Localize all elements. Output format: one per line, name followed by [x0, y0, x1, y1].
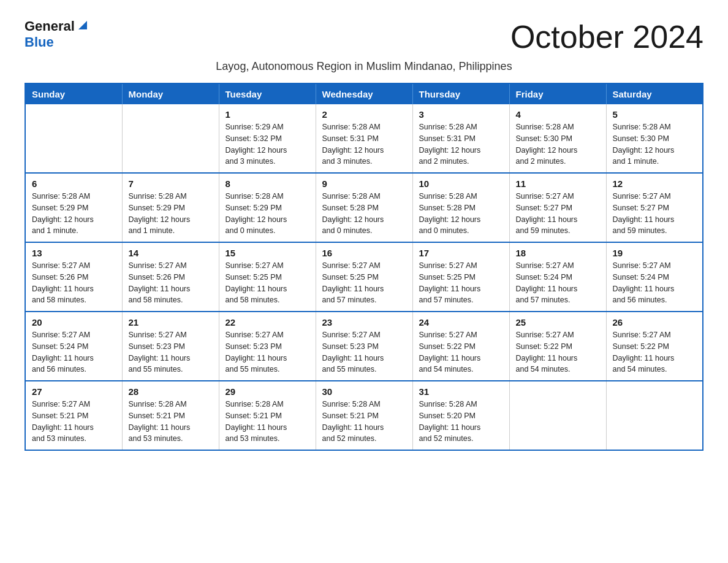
day-number: 12: [613, 178, 697, 189]
day-info: Sunrise: 5:28 AMSunset: 5:29 PMDaylight:…: [129, 191, 213, 237]
day-number: 15: [226, 248, 309, 258]
day-info: Sunrise: 5:28 AMSunset: 5:30 PMDaylight:…: [516, 121, 600, 167]
day-info: Sunrise: 5:28 AMSunset: 5:30 PMDaylight:…: [613, 121, 697, 167]
day-cell-24: 24Sunrise: 5:27 AMSunset: 5:22 PMDayligh…: [412, 312, 509, 381]
day-cell-3: 3Sunrise: 5:28 AMSunset: 5:31 PMDaylight…: [412, 104, 509, 173]
day-cell-13: 13Sunrise: 5:27 AMSunset: 5:26 PMDayligh…: [25, 242, 122, 312]
day-number: 2: [322, 109, 406, 120]
day-cell-23: 23Sunrise: 5:27 AMSunset: 5:23 PMDayligh…: [316, 312, 412, 381]
day-info: Sunrise: 5:28 AMSunset: 5:21 PMDaylight:…: [129, 399, 213, 445]
day-cell-20: 20Sunrise: 5:27 AMSunset: 5:24 PMDayligh…: [25, 312, 122, 381]
location-subtitle: Layog, Autonomous Region in Muslim Minda…: [25, 60, 703, 73]
day-info: Sunrise: 5:27 AMSunset: 5:26 PMDaylight:…: [32, 260, 116, 306]
day-cell-27: 27Sunrise: 5:27 AMSunset: 5:21 PMDayligh…: [25, 381, 122, 450]
day-cell-25: 25Sunrise: 5:27 AMSunset: 5:22 PMDayligh…: [509, 312, 606, 381]
day-info: Sunrise: 5:27 AMSunset: 5:24 PMDaylight:…: [613, 260, 697, 306]
week-row-1: 1Sunrise: 5:29 AMSunset: 5:32 PMDaylight…: [25, 104, 703, 173]
day-info: Sunrise: 5:27 AMSunset: 5:22 PMDaylight:…: [516, 329, 600, 375]
day-info: Sunrise: 5:28 AMSunset: 5:28 PMDaylight:…: [322, 191, 406, 237]
day-cell-21: 21Sunrise: 5:27 AMSunset: 5:23 PMDayligh…: [122, 312, 219, 381]
day-info: Sunrise: 5:27 AMSunset: 5:21 PMDaylight:…: [32, 399, 116, 445]
logo-general-text: General: [25, 18, 75, 34]
day-number: 6: [32, 178, 116, 189]
day-cell-16: 16Sunrise: 5:27 AMSunset: 5:25 PMDayligh…: [316, 242, 412, 312]
empty-cell: [606, 381, 703, 450]
month-title: October 2024: [510, 18, 703, 55]
day-info: Sunrise: 5:27 AMSunset: 5:22 PMDaylight:…: [613, 329, 697, 375]
day-info: Sunrise: 5:28 AMSunset: 5:21 PMDaylight:…: [322, 399, 406, 445]
day-info: Sunrise: 5:27 AMSunset: 5:23 PMDaylight:…: [322, 329, 406, 375]
empty-cell: [25, 104, 122, 173]
week-row-2: 6Sunrise: 5:28 AMSunset: 5:29 PMDaylight…: [25, 173, 703, 242]
logo-blue-text: Blue: [25, 34, 54, 50]
day-cell-17: 17Sunrise: 5:27 AMSunset: 5:25 PMDayligh…: [412, 242, 509, 312]
svg-marker-0: [78, 21, 87, 29]
day-cell-22: 22Sunrise: 5:27 AMSunset: 5:23 PMDayligh…: [219, 312, 316, 381]
day-number: 30: [322, 386, 406, 397]
day-cell-10: 10Sunrise: 5:28 AMSunset: 5:28 PMDayligh…: [412, 173, 509, 242]
day-info: Sunrise: 5:29 AMSunset: 5:32 PMDaylight:…: [226, 121, 309, 167]
weekday-header-monday: Monday: [122, 83, 219, 104]
empty-cell: [122, 104, 219, 173]
day-number: 22: [226, 317, 309, 327]
day-info: Sunrise: 5:27 AMSunset: 5:23 PMDaylight:…: [226, 329, 309, 375]
day-cell-1: 1Sunrise: 5:29 AMSunset: 5:32 PMDaylight…: [219, 104, 316, 173]
day-info: Sunrise: 5:27 AMSunset: 5:26 PMDaylight:…: [129, 260, 213, 306]
weekday-header-row: SundayMondayTuesdayWednesdayThursdayFrid…: [25, 83, 703, 104]
day-number: 21: [129, 317, 213, 327]
day-info: Sunrise: 5:27 AMSunset: 5:25 PMDaylight:…: [322, 260, 406, 306]
day-number: 8: [226, 178, 309, 189]
day-info: Sunrise: 5:27 AMSunset: 5:25 PMDaylight:…: [419, 260, 503, 306]
day-cell-18: 18Sunrise: 5:27 AMSunset: 5:24 PMDayligh…: [509, 242, 606, 312]
day-cell-14: 14Sunrise: 5:27 AMSunset: 5:26 PMDayligh…: [122, 242, 219, 312]
day-cell-9: 9Sunrise: 5:28 AMSunset: 5:28 PMDaylight…: [316, 173, 412, 242]
day-number: 1: [226, 109, 309, 120]
day-info: Sunrise: 5:28 AMSunset: 5:29 PMDaylight:…: [226, 191, 309, 237]
day-info: Sunrise: 5:27 AMSunset: 5:24 PMDaylight:…: [516, 260, 600, 306]
day-cell-31: 31Sunrise: 5:28 AMSunset: 5:20 PMDayligh…: [412, 381, 509, 450]
week-row-5: 27Sunrise: 5:27 AMSunset: 5:21 PMDayligh…: [25, 381, 703, 450]
day-number: 23: [322, 317, 406, 327]
day-cell-12: 12Sunrise: 5:27 AMSunset: 5:27 PMDayligh…: [606, 173, 703, 242]
day-info: Sunrise: 5:27 AMSunset: 5:23 PMDaylight:…: [129, 329, 213, 375]
weekday-header-sunday: Sunday: [25, 83, 122, 104]
day-number: 31: [419, 386, 503, 397]
week-row-3: 13Sunrise: 5:27 AMSunset: 5:26 PMDayligh…: [25, 242, 703, 312]
day-info: Sunrise: 5:27 AMSunset: 5:24 PMDaylight:…: [32, 329, 116, 375]
day-number: 11: [516, 178, 600, 189]
day-number: 3: [419, 109, 503, 120]
day-cell-30: 30Sunrise: 5:28 AMSunset: 5:21 PMDayligh…: [316, 381, 412, 450]
day-number: 9: [322, 178, 406, 189]
day-number: 10: [419, 178, 503, 189]
weekday-header-tuesday: Tuesday: [219, 83, 316, 104]
day-cell-2: 2Sunrise: 5:28 AMSunset: 5:31 PMDaylight…: [316, 104, 412, 173]
calendar-table: SundayMondayTuesdayWednesdayThursdayFrid…: [25, 83, 703, 451]
day-number: 26: [613, 317, 697, 327]
day-cell-29: 29Sunrise: 5:28 AMSunset: 5:21 PMDayligh…: [219, 381, 316, 450]
day-number: 16: [322, 248, 406, 258]
weekday-header-friday: Friday: [509, 83, 606, 104]
day-cell-8: 8Sunrise: 5:28 AMSunset: 5:29 PMDaylight…: [219, 173, 316, 242]
day-info: Sunrise: 5:28 AMSunset: 5:21 PMDaylight:…: [226, 399, 309, 445]
day-number: 4: [516, 109, 600, 120]
day-number: 20: [32, 317, 116, 327]
day-number: 24: [419, 317, 503, 327]
empty-cell: [509, 381, 606, 450]
day-info: Sunrise: 5:28 AMSunset: 5:20 PMDaylight:…: [419, 399, 503, 445]
day-number: 14: [129, 248, 213, 258]
day-cell-11: 11Sunrise: 5:27 AMSunset: 5:27 PMDayligh…: [509, 173, 606, 242]
day-cell-28: 28Sunrise: 5:28 AMSunset: 5:21 PMDayligh…: [122, 381, 219, 450]
day-info: Sunrise: 5:27 AMSunset: 5:22 PMDaylight:…: [419, 329, 503, 375]
day-cell-7: 7Sunrise: 5:28 AMSunset: 5:29 PMDaylight…: [122, 173, 219, 242]
day-cell-5: 5Sunrise: 5:28 AMSunset: 5:30 PMDaylight…: [606, 104, 703, 173]
logo: General Blue: [25, 18, 89, 50]
weekday-header-wednesday: Wednesday: [316, 83, 412, 104]
week-row-4: 20Sunrise: 5:27 AMSunset: 5:24 PMDayligh…: [25, 312, 703, 381]
day-number: 25: [516, 317, 600, 327]
day-info: Sunrise: 5:27 AMSunset: 5:27 PMDaylight:…: [613, 191, 697, 237]
day-number: 28: [129, 386, 213, 397]
page-header: General Blue October 2024: [25, 18, 703, 55]
day-cell-6: 6Sunrise: 5:28 AMSunset: 5:29 PMDaylight…: [25, 173, 122, 242]
day-number: 27: [32, 386, 116, 397]
day-info: Sunrise: 5:28 AMSunset: 5:31 PMDaylight:…: [419, 121, 503, 167]
